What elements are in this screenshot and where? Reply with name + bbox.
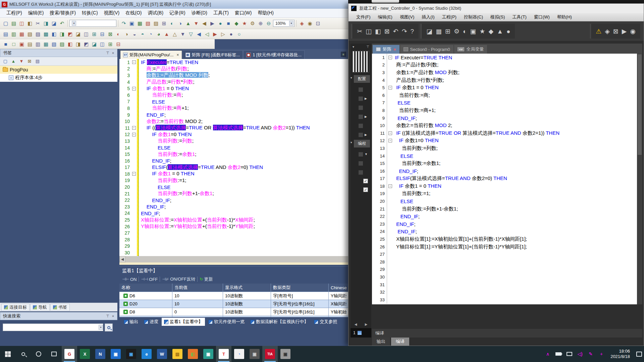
strip-node[interactable]: [359, 124, 363, 128]
toolbar-icon[interactable]: ◆: [233, 20, 240, 27]
taskbar-app-photos[interactable]: ◧: [185, 346, 201, 362]
code-line[interactable]: 4 产品总数:=行数*列数;: [372, 76, 637, 84]
toolbar-icon[interactable]: ▣: [18, 40, 25, 48]
toolbar-icon[interactable]: ▣: [128, 20, 136, 27]
sysmac-menu-item[interactable]: 窗口(W): [530, 13, 553, 21]
code-line[interactable]: 10 余数2:=当前行数 MOD 2;: [119, 118, 348, 125]
code-line[interactable]: 14 ELSE: [372, 152, 637, 160]
code-line[interactable]: 19 当前列数:=1;: [119, 177, 348, 184]
toolbar-icon[interactable]: ▢: [2, 58, 9, 65]
toolbar-icon[interactable]: ■: [2, 40, 9, 48]
toolbar-icon[interactable]: ◉: [630, 28, 636, 35]
strip-node[interactable]: [359, 170, 363, 175]
toolbar-icon[interactable]: ◧: [26, 20, 34, 27]
toolbar-icon[interactable]: ▲: [497, 28, 503, 35]
code-line[interactable]: 8 当前行数:=商+1;: [372, 107, 637, 114]
toolbar-icon[interactable]: ▦: [18, 31, 25, 38]
editor-tab-0[interactable]: ST矩阵(MAIN/ProgPou/...×: [120, 50, 182, 59]
toolbar-icon[interactable]: ◪: [91, 40, 98, 48]
toolbar-icon[interactable]: ▼: [179, 31, 186, 38]
gx-menu-item[interactable]: 工程(P): [3, 9, 25, 17]
pin-icon[interactable]: ⊤: [105, 313, 110, 319]
code-line[interactable]: 8 当前行数:=商+1;: [119, 105, 348, 112]
taskbar-app-tim[interactable]: T: [216, 346, 231, 362]
chevron-down-icon[interactable]: ▾: [72, 21, 76, 26]
toolbar-icon[interactable]: ■: [225, 20, 232, 27]
sysmac-menu-item[interactable]: 文件(F): [353, 13, 374, 21]
search-button[interactable]: [105, 323, 113, 331]
sysmac-vertical-scrollbar[interactable]: [637, 54, 642, 304]
code-line[interactable]: 22 END_IF;: [372, 213, 637, 220]
code-line[interactable]: 33: [372, 296, 637, 304]
toolbar-icon[interactable]: ⊞: [107, 40, 114, 48]
taskbar-clock[interactable]: 18:06 2021/8/18: [607, 349, 633, 359]
dock-tab-进度[interactable]: 进度: [142, 318, 161, 326]
toolbar-icon[interactable]: ◒: [131, 31, 138, 38]
code-line[interactable]: 15 当前列数:=余数1;: [119, 151, 348, 158]
code-line[interactable]: 31: [372, 281, 637, 289]
toolbar-icon[interactable]: ↶: [58, 20, 66, 27]
code-line[interactable]: 20 ELSE: [372, 197, 637, 205]
code-line[interactable]: 20 ELSE: [119, 184, 348, 190]
toolbar-icon[interactable]: ?: [411, 28, 414, 35]
code-line[interactable]: 2 商:=产品计数/列数;: [372, 61, 637, 69]
tray-chevron-up-icon[interactable]: ∧: [543, 346, 553, 362]
code-line[interactable]: 3 余数1:=产品计数 MOD 列数;: [372, 69, 637, 76]
toolbar-icon[interactable]: ↷: [402, 28, 407, 35]
chevron-down-icon[interactable]: ▾: [289, 21, 293, 26]
toolbar-icon[interactable]: ◓: [139, 31, 146, 38]
toolbar-icon[interactable]: ○: [235, 31, 243, 38]
code-line[interactable]: 26Y轴目标位置:=Y轴初始位置+(当前行数-1)*Y轴间距;: [119, 223, 348, 230]
code-line[interactable]: 7 ELSE: [372, 99, 637, 107]
code-line[interactable]: 30: [372, 273, 637, 281]
collapse-toggle[interactable]: −: [132, 172, 136, 176]
watch-toolbar-off-button[interactable]: ⊣⊣OFF: [141, 277, 158, 282]
strip-section-programming[interactable]: 编程: [354, 140, 370, 147]
toolbar-icon[interactable]: ▼: [18, 58, 25, 65]
taskbar-app-blue-app[interactable]: ▣: [108, 346, 123, 362]
toolbar-icon[interactable]: ◧: [66, 40, 74, 48]
toolbar-icon[interactable]: ⊠: [107, 31, 114, 38]
taskbar-app-notes-app[interactable]: N: [93, 346, 108, 362]
taskbar-app-teal-app[interactable]: ▣: [201, 346, 216, 362]
toolbar-icon[interactable]: ▧: [50, 40, 58, 48]
code-line[interactable]: 12− IF 余数1=0 THEN: [119, 131, 348, 138]
code-line[interactable]: 11− IF ((算法模式选择=TRUE OR 算法模式选择=TRUE AND …: [372, 129, 637, 137]
toolbar-icon[interactable]: ★: [241, 20, 248, 27]
toolbar-icon[interactable]: ⊠: [613, 28, 619, 35]
toolbar-icon[interactable]: ⊠: [26, 58, 33, 65]
code-line[interactable]: 15 当前列数:=余数1;: [372, 160, 637, 167]
toolbar-icon[interactable]: ◉: [306, 20, 314, 27]
code-line[interactable]: 16 END_IF;: [372, 167, 637, 175]
strip-node[interactable]: [359, 106, 363, 110]
quick-search-input[interactable]: ▾: [3, 323, 103, 331]
panel-tab-导航[interactable]: 导航: [30, 304, 50, 311]
chevron-right-icon[interactable]: ▶: [365, 322, 368, 326]
toolbar-icon[interactable]: ▨: [34, 31, 42, 38]
taskbar-app-file-explorer[interactable]: ▨: [170, 346, 185, 362]
tree-item-progpou[interactable]: ProgPou: [0, 66, 117, 74]
warning-icon[interactable]: ⚠: [596, 28, 601, 35]
code-line[interactable]: 25 X轴目标位置[1]:=X轴初始位置[1]+(当前列数-1)*X轴间距[1]…: [372, 235, 637, 243]
gx-titlebar[interactable]: G MELSOFT GX Works3 (工程未设置) - [矩阵(MAIN/P…: [0, 0, 348, 9]
toolbar-icon[interactable]: ▦: [136, 20, 144, 27]
collapse-toggle[interactable]: −: [388, 131, 392, 135]
toolbar-icon[interactable]: ◆: [489, 28, 494, 35]
code-line[interactable]: 3 余数1:=产品计数 MOD 列数;: [119, 72, 348, 79]
battery-icon[interactable]: [553, 346, 564, 362]
collapse-toggle[interactable]: −: [132, 133, 136, 136]
toolbar-icon[interactable]: ▤: [26, 40, 34, 48]
panel-tab-书签[interactable]: 书签: [50, 304, 70, 311]
toolbar-icon[interactable]: ◨: [74, 40, 82, 48]
gx-menu-item[interactable]: 窗口(W): [232, 9, 255, 17]
code-line[interactable]: 11− IF ((算法模式选择=TRUE OR 算法模式选择=TRUE AND …: [119, 125, 348, 131]
gx-menu-item[interactable]: 视图(V): [101, 9, 123, 17]
toolbar-icon[interactable]: ◨: [42, 20, 50, 27]
gx-menu-item[interactable]: 在线(O): [122, 9, 145, 17]
toolbar-icon[interactable]: ▶: [209, 20, 216, 27]
gx-menu-item[interactable]: 诊断(D): [189, 9, 210, 17]
collapse-toggle[interactable]: −: [132, 126, 136, 130]
toolbar-icon[interactable]: ◀: [201, 20, 208, 27]
code-line[interactable]: 5− IF 余数1 = 0 THEN: [372, 84, 637, 92]
code-line[interactable]: 10 余数2:=当前行数 MOD 2;: [372, 122, 637, 129]
